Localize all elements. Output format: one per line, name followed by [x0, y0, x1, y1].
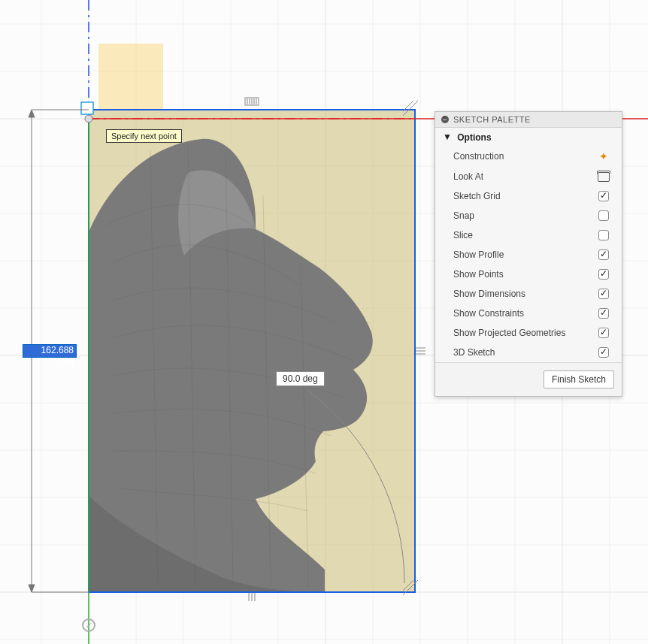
option-3d-sketch[interactable]: 3D Sketch [435, 343, 622, 362]
checkbox-show-dimensions[interactable] [598, 289, 609, 299]
look-at-icon[interactable] [598, 172, 610, 182]
option-show-constraints[interactable]: Show Constraints [435, 304, 622, 323]
option-show-points[interactable]: Show Points [435, 265, 622, 284]
checkbox-snap[interactable] [598, 210, 609, 221]
origin-point[interactable] [85, 115, 92, 122]
dimension-input[interactable]: 162.688 mm [23, 344, 77, 358]
checkbox-sketch-grid[interactable] [598, 191, 609, 201]
option-sketch-grid[interactable]: Sketch Grid [435, 186, 622, 206]
palette-titlebar[interactable]: – SKETCH PALETTE [435, 112, 622, 128]
option-look-at[interactable]: Look At [435, 167, 622, 186]
palette-collapse-icon[interactable]: – [441, 116, 449, 123]
option-construction[interactable]: Construction ✦ [435, 146, 622, 167]
checkbox-show-projected[interactable] [598, 328, 609, 338]
sketch-palette[interactable]: – SKETCH PALETTE ▼ Options Construction … [435, 111, 622, 397]
line-endpoint[interactable] [81, 102, 93, 114]
option-slice[interactable]: Slice [435, 225, 622, 245]
options-section-header[interactable]: ▼ Options [435, 128, 622, 146]
option-show-projected[interactable]: Show Projected Geometries [435, 323, 622, 343]
angle-readout: 90.0 deg [276, 371, 325, 386]
checkbox-show-constraints[interactable] [598, 308, 609, 319]
option-snap[interactable]: Snap [435, 206, 622, 225]
finish-sketch-button[interactable]: Finish Sketch [544, 370, 614, 389]
midpoint-bottom [249, 593, 255, 601]
palette-title-text: SKETCH PALETTE [453, 115, 531, 124]
profile-small [98, 44, 163, 110]
checkbox-slice[interactable] [598, 230, 609, 240]
tooltip-specify-next-point: Specify next point [106, 129, 182, 143]
construction-icon[interactable]: ✦ [596, 150, 611, 162]
option-show-dimensions[interactable]: Show Dimensions [435, 284, 622, 304]
checkbox-3d-sketch[interactable] [598, 347, 609, 358]
close-loop-icon[interactable] [82, 618, 95, 632]
checkbox-show-profile[interactable] [598, 249, 609, 260]
option-show-profile[interactable]: Show Profile [435, 245, 622, 265]
caret-down-icon: ▼ [443, 132, 452, 142]
midpoint-top [245, 98, 259, 105]
checkbox-show-points[interactable] [598, 269, 609, 280]
